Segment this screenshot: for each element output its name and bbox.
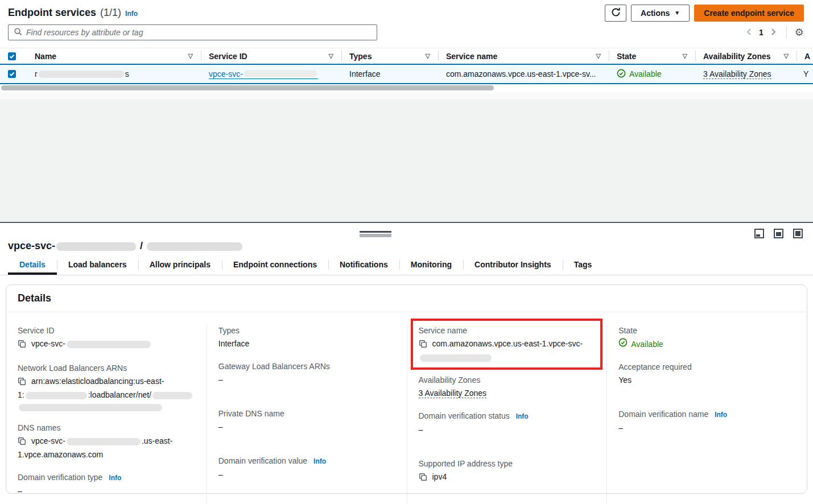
check-circle-icon (618, 338, 628, 350)
copy-icon[interactable] (18, 377, 26, 389)
tab-tags[interactable]: Tags (563, 258, 604, 275)
scrollbar-thumb[interactable] (1, 85, 494, 90)
panel-size-half-icon[interactable] (774, 229, 783, 238)
split-panel-header (0, 223, 813, 237)
redacted-text (39, 71, 124, 78)
copy-icon[interactable] (419, 340, 427, 352)
refresh-button[interactable] (605, 5, 626, 22)
previous-page-button[interactable] (744, 27, 753, 39)
info-link[interactable]: Info (715, 411, 727, 419)
table-bottom-edge (0, 92, 813, 99)
search-box[interactable] (8, 24, 377, 40)
panel-size-full-icon[interactable] (793, 229, 803, 238)
redacted-text (67, 438, 141, 445)
caret-down-icon: ▼ (674, 10, 680, 16)
sort-icon: ▽ (188, 52, 193, 60)
select-all-checkbox[interactable] (8, 52, 16, 60)
panel-size-controls (754, 229, 803, 238)
panel-size-small-icon[interactable] (754, 229, 764, 238)
redacted-text (244, 70, 317, 77)
select-all-cell (0, 48, 27, 64)
details-column-3: Service name com.amazonaws.vpce.us-east-… (407, 325, 607, 504)
panel-title: vpce-svc- / (0, 237, 813, 258)
detail-split-panel: vpce-svc- / Details Load balancers Allow… (0, 222, 813, 504)
field-supported-ip-address-type: Supported IP address type ipv4 (419, 458, 596, 485)
create-endpoint-service-button[interactable]: Create endpoint service (694, 5, 804, 22)
availability-zones-link[interactable]: 3 Availability Zones (419, 389, 487, 398)
availability-zones-link[interactable]: 3 Availability Zones (703, 69, 771, 79)
field-domain-verification-name: Domain verification name Info – (618, 408, 795, 434)
table-header-row: Name ▽ Service ID ▽ Types ▽ Service name… (0, 48, 813, 64)
redacted-text (67, 341, 151, 348)
field-domain-verification-type: Domain verification type Info – (18, 472, 195, 497)
cell-state: Available (609, 65, 695, 83)
current-page-number[interactable]: 1 (759, 28, 764, 37)
table-row[interactable]: rs vpce-svc- Interface com.amazonaws.vpc… (0, 64, 813, 84)
panel-tabs: Details Load balancers Allow principals … (0, 258, 813, 275)
column-header-service-id[interactable]: Service ID ▽ (201, 48, 341, 64)
title-group: Endpoint services (1/1) Info (8, 7, 138, 19)
copy-icon[interactable] (419, 473, 427, 485)
refresh-icon (611, 7, 621, 19)
cell-service-id: vpce-svc- (201, 65, 341, 83)
column-header-name[interactable]: Name ▽ (27, 48, 201, 64)
tab-details[interactable]: Details (8, 258, 57, 275)
resource-counter: (1/1) (100, 7, 121, 19)
actions-button[interactable]: Actions ▼ (631, 5, 690, 22)
page-header: Endpoint services (1/1) Info Actions ▼ C… (0, 0, 813, 23)
redacted-text (19, 404, 162, 411)
tab-load-balancers[interactable]: Load balancers (57, 258, 138, 275)
field-domain-verification-status: Domain verification status Info – (419, 410, 596, 436)
tab-endpoint-connections[interactable]: Endpoint connections (222, 258, 328, 275)
copy-icon[interactable] (18, 340, 26, 352)
sort-icon: ▽ (596, 52, 601, 60)
page-info-link[interactable]: Info (125, 10, 138, 18)
tab-allow-principals[interactable]: Allow principals (138, 258, 222, 275)
field-types: Types Interface (218, 325, 395, 350)
field-service-id: Service ID vpce-svc- (18, 325, 195, 352)
cell-name: rs (27, 65, 201, 83)
sort-icon: ▽ (784, 52, 789, 60)
chevron-left-icon (745, 28, 752, 38)
column-header-service-name[interactable]: Service name ▽ (438, 48, 609, 64)
tab-contributor-insights[interactable]: Contributor Insights (463, 258, 563, 275)
redacted-text (152, 392, 192, 399)
cell-availability-zones: 3 Availability Zones (695, 65, 797, 83)
tab-notifications[interactable]: Notifications (328, 258, 399, 275)
cell-acceptance: Y (797, 65, 813, 83)
field-gateway-load-balancers-arns: Gateway Load Balancers ARNs – (218, 361, 395, 386)
column-header-availability-zones[interactable]: Availability Zones ▽ (695, 48, 797, 64)
details-card-body: Service ID vpce-svc- Network Load Balanc… (6, 312, 807, 504)
service-name-highlight-box: Service name com.amazonaws.vpce.us-east-… (411, 319, 603, 370)
next-page-button[interactable] (769, 27, 778, 39)
cell-service-name: com.amazonaws.vpce.us-east-1.vpce-sv... (438, 65, 609, 83)
column-header-acceptance[interactable]: A (797, 48, 813, 64)
info-link[interactable]: Info (109, 474, 121, 482)
cell-types: Interface (341, 65, 438, 83)
table-controls: 1 ⚙ (0, 23, 813, 41)
preferences-gear-icon[interactable]: ⚙ (795, 27, 804, 38)
copy-icon[interactable] (18, 437, 26, 449)
redacted-text (147, 242, 242, 251)
redacted-text (56, 242, 136, 251)
info-link[interactable]: Info (516, 412, 529, 420)
page-title: Endpoint services (8, 7, 96, 19)
check-circle-icon (617, 69, 626, 80)
info-link[interactable]: Info (313, 457, 326, 465)
row-checkbox[interactable] (8, 70, 16, 78)
page-background (0, 99, 813, 222)
redacted-text (420, 354, 492, 362)
service-id-link[interactable]: vpce-svc- (209, 69, 318, 79)
field-state: State Available (618, 325, 795, 350)
endpoint-services-page: Endpoint services (1/1) Info Actions ▼ C… (0, 0, 813, 504)
sort-icon: ▽ (329, 52, 333, 60)
column-header-state[interactable]: State ▽ (609, 48, 695, 64)
search-input[interactable] (26, 28, 372, 37)
field-dns-names: DNS names vpce-svc-.us-east- 1.vpce.amaz… (18, 422, 195, 461)
panel-resize-handle[interactable] (360, 231, 391, 237)
details-card: Details Service ID vpce-svc- Network Loa… (6, 284, 807, 494)
tab-monitoring[interactable]: Monitoring (399, 258, 463, 275)
search-icon (14, 27, 22, 38)
details-card-heading: Details (6, 285, 807, 312)
column-header-types[interactable]: Types ▽ (341, 48, 438, 64)
